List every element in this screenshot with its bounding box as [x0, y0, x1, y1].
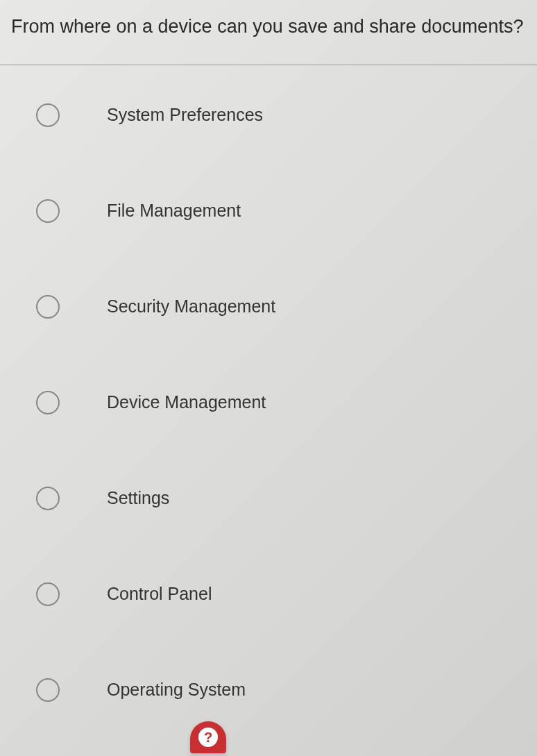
option-label: Operating System [107, 680, 246, 700]
option-label: File Management [107, 201, 241, 221]
option-device-management[interactable]: Device Management [0, 391, 537, 414]
option-system-preferences[interactable]: System Preferences [0, 103, 537, 127]
help-icon: ? [198, 728, 218, 747]
radio-icon[interactable] [36, 487, 60, 510]
option-settings[interactable]: Settings [0, 487, 537, 510]
option-file-management[interactable]: File Management [0, 199, 537, 223]
option-label: Settings [107, 488, 169, 508]
radio-icon[interactable] [36, 103, 60, 127]
radio-icon[interactable] [36, 391, 60, 414]
radio-icon[interactable] [36, 582, 60, 606]
radio-icon[interactable] [36, 295, 60, 319]
option-label: System Preferences [107, 105, 263, 125]
option-operating-system[interactable]: Operating System [0, 678, 537, 702]
option-security-management[interactable]: Security Management [0, 295, 537, 319]
options-list: System Preferences File Management Secur… [0, 65, 537, 702]
option-label: Control Panel [107, 584, 212, 604]
option-control-panel[interactable]: Control Panel [0, 582, 537, 606]
radio-icon[interactable] [36, 678, 60, 702]
help-button[interactable]: ? [190, 721, 226, 753]
question-text: From where on a device can you save and … [0, 0, 537, 65]
radio-icon[interactable] [36, 199, 60, 223]
option-label: Device Management [107, 392, 266, 412]
option-label: Security Management [107, 296, 275, 317]
